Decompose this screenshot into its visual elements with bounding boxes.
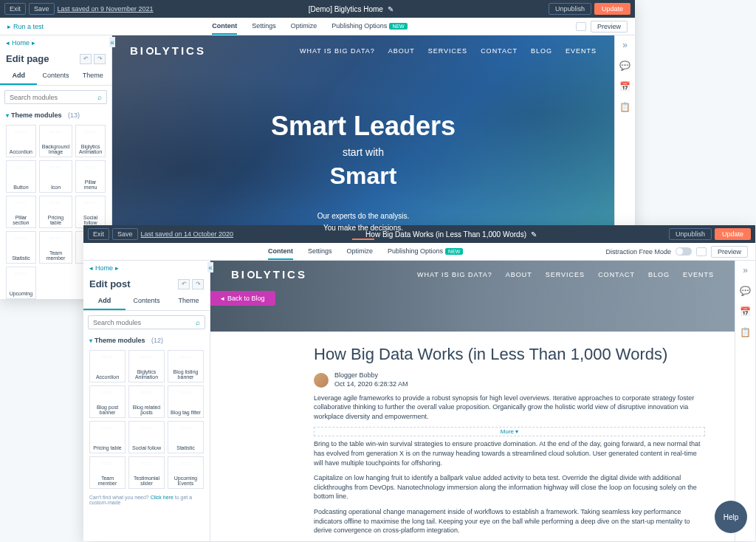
tab-contents[interactable]: Contents (37, 67, 74, 85)
hero-heading: Smart Leaders (271, 111, 456, 142)
tab-publishing[interactable]: Publishing OptionsNEW (331, 18, 407, 35)
avatar (314, 373, 329, 388)
hero-nav: BILYTICS WHAT IS BIG DATA? ABOUT SERVICE… (112, 35, 614, 66)
unpublish-button[interactable]: Unpublish (669, 228, 712, 240)
tab-theme[interactable]: Theme (75, 67, 111, 85)
rail-calendar-icon[interactable]: 📅 (620, 81, 630, 92)
top-bar: Exit Save Last saved on 9 November 2021 … (0, 0, 635, 18)
update-button[interactable]: Update (594, 3, 630, 15)
module-card[interactable]: ::::::Button (6, 160, 36, 193)
editor-tabs: Content Settings Optimize Publishing Opt… (44, 18, 576, 35)
hero-section: BILYTICS WHAT IS BIG DATA? ABOUT SERVICE… (112, 35, 614, 299)
collapse-rail-icon[interactable]: » (620, 40, 630, 50)
module-card[interactable]: ::::::Biglytics Animation (75, 125, 106, 157)
module-card[interactable]: ::::::Social follow (75, 196, 106, 228)
nav-about[interactable]: ABOUT (388, 47, 415, 55)
module-card[interactable]: ::::::Team member (89, 456, 126, 489)
search-box[interactable]: ⌕ (4, 90, 107, 104)
module-card[interactable]: ::::::Statistic (168, 421, 204, 453)
redo-button[interactable]: ↷ (94, 54, 106, 64)
module-card[interactable]: ::::::Icon (39, 160, 72, 193)
rail-calendar-icon[interactable]: 📅 (740, 306, 751, 317)
dfm-toggle[interactable] (676, 247, 692, 255)
undo-button[interactable]: ↶ (80, 54, 92, 64)
module-card[interactable]: ::::::Upcoming (6, 267, 36, 299)
page-title-bar: [Demo] Biglytics Home ✎ (154, 5, 549, 13)
blog-canvas: BILYTICS WHAT IS BIG DATA? ABOUT SERVICE… (210, 261, 735, 541)
nav-events[interactable]: EVENTS (683, 271, 714, 278)
section-header[interactable]: ▾ Theme modules (13) (0, 109, 111, 122)
nav-contact[interactable]: CONTACT (481, 47, 518, 55)
preview-button[interactable]: Preview (711, 246, 748, 258)
module-card[interactable]: ::::::Accordion (6, 125, 36, 157)
module-card[interactable]: ::::::Biglytics Animation (128, 350, 165, 383)
collapse-rail-icon[interactable]: » (740, 265, 751, 275)
save-button[interactable]: Save (29, 3, 55, 15)
tab-optimize[interactable]: Optimize (291, 18, 317, 35)
collapse-sidebar-icon[interactable]: « (109, 37, 115, 47)
module-card[interactable]: ::::::Pricing table (89, 421, 126, 453)
module-card[interactable]: ::::::Blog post banner (89, 385, 126, 418)
module-card[interactable]: ::::::Social follow (128, 421, 165, 453)
search-input[interactable] (93, 319, 196, 326)
author-name: Blogger Bobby (334, 371, 408, 380)
help-button[interactable]: Help (715, 501, 747, 533)
new-badge: NEW (389, 23, 407, 30)
chat-icon[interactable] (696, 247, 707, 256)
edit-title-icon[interactable]: ✎ (388, 5, 394, 13)
nav-contact[interactable]: CONTACT (598, 271, 635, 278)
rail-comment-icon[interactable]: 💬 (620, 61, 630, 71)
module-card[interactable]: ::::::Accordion (89, 350, 126, 383)
module-card[interactable]: ::::::Upcoming Events (168, 456, 204, 489)
blog-title: How Big Data Works (in Less Than 1,000 W… (314, 345, 705, 364)
run-test-link[interactable]: ▸ Run a test (7, 23, 44, 30)
nav-events[interactable]: EVENTS (566, 47, 597, 55)
module-card[interactable]: ::::::Blog tag filter (168, 385, 204, 418)
module-card[interactable]: ::::::Testimonial slider (128, 456, 165, 489)
sidebar: ◂ Home ▸ Edit post ↶ ↷ Add Contents Them… (83, 261, 210, 541)
nav-services[interactable]: SERVICES (546, 271, 585, 278)
chat-icon[interactable] (576, 22, 586, 31)
logo[interactable]: BILYTICS (231, 268, 307, 281)
nav-blog[interactable]: BLOG (648, 271, 670, 278)
post-date: Oct 14, 2020 6:28:32 AM (334, 380, 408, 389)
rail-task-icon[interactable]: 📋 (740, 327, 751, 337)
unpublish-button[interactable]: Unpublish (549, 3, 591, 15)
footer-link[interactable]: Click here (151, 495, 173, 500)
update-button[interactable]: Update (715, 228, 751, 240)
blog-p3: Capitalize on low hanging fruit to ident… (314, 473, 705, 501)
dfm-label: Distraction Free Mode (605, 248, 671, 255)
module-card[interactable]: ::::::Blog listing banner (168, 350, 204, 383)
tab-settings[interactable]: Settings (252, 18, 276, 35)
collapse-sidebar-icon[interactable]: « (207, 262, 213, 272)
preview-button[interactable]: Preview (591, 21, 628, 32)
breadcrumb[interactable]: ◂ Home ▸ (0, 35, 111, 50)
back-to-blog-button[interactable]: ◂ Back to Blog (210, 291, 275, 306)
nav-about[interactable]: ABOUT (506, 271, 532, 278)
search-input[interactable] (10, 94, 97, 101)
module-card[interactable]: ::::::Background Image (39, 125, 72, 157)
module-card[interactable]: ::::::Pillar section (6, 196, 36, 228)
exit-button[interactable]: Exit (88, 228, 109, 240)
nav-bigdata[interactable]: WHAT IS BIG DATA? (417, 271, 492, 278)
section-header[interactable]: ▾ Theme modules (12) (83, 334, 210, 347)
rail-comment-icon[interactable]: 💬 (740, 286, 751, 296)
module-card[interactable]: ::::::Pricing table (39, 196, 72, 228)
last-saved-link[interactable]: Last saved on 9 November 2021 (58, 5, 154, 13)
more-link[interactable]: More ▾ (314, 427, 705, 436)
nav-blog[interactable]: BLOG (531, 47, 552, 55)
blog-body: How Big Data Works (in Less Than 1,000 W… (210, 332, 735, 541)
module-card[interactable]: ::::::Blog related posts (128, 385, 165, 418)
module-card[interactable]: ::::::Team member (39, 231, 72, 264)
module-card[interactable]: ::::::Statistic (6, 231, 36, 264)
exit-button[interactable]: Exit (4, 3, 26, 15)
tab-content[interactable]: Content (212, 18, 237, 35)
nav-bigdata[interactable]: WHAT IS BIG DATA? (300, 47, 375, 55)
hero-heading2: Smart (330, 162, 397, 190)
logo[interactable]: BILYTICS (130, 44, 206, 57)
nav-services[interactable]: SERVICES (428, 47, 467, 55)
search-box[interactable]: ⌕ (88, 315, 205, 329)
module-card[interactable]: ::::::Pillar menu (75, 160, 106, 193)
rail-task-icon[interactable]: 📋 (620, 102, 630, 112)
tab-add[interactable]: Add (0, 67, 37, 85)
